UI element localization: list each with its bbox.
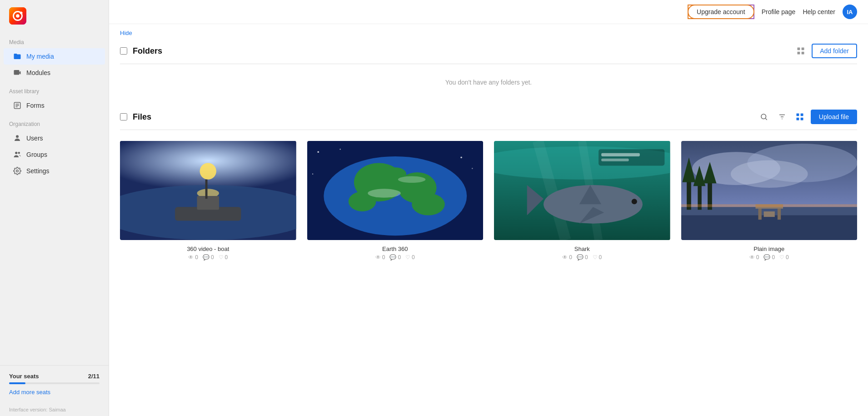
media-name-shark: Shark <box>574 246 590 252</box>
media-stats-plain: 👁 0 💬 0 ♡ 0 <box>749 254 789 261</box>
svg-rect-18 <box>802 52 804 55</box>
folders-section-header: Folders Add folder <box>120 38 857 64</box>
folders-title: Folders <box>133 46 162 56</box>
svg-rect-24 <box>796 114 799 116</box>
filter-button[interactable] <box>775 111 789 123</box>
sidebar-item-label-groups: Groups <box>26 151 47 158</box>
svg-rect-59 <box>599 149 664 165</box>
folders-grid-view-button[interactable] <box>794 45 807 57</box>
svg-point-49 <box>398 176 425 183</box>
stat-views-plain: 👁 0 <box>749 254 759 261</box>
files-section-header: Files Upload file <box>120 104 857 130</box>
svg-rect-25 <box>801 114 803 116</box>
stat-likes-boat: ♡ 0 <box>219 254 228 261</box>
svg-point-46 <box>412 193 445 215</box>
svg-point-41 <box>312 173 313 174</box>
folders-empty-message: You don't have any folders yet. <box>120 64 857 100</box>
sidebar-item-label-forms: Forms <box>26 102 45 109</box>
svg-rect-27 <box>801 118 803 120</box>
add-seats-link[interactable]: Add more seats <box>9 389 50 396</box>
svg-point-39 <box>460 157 462 159</box>
sidebar: Media My media Modules Asset library For… <box>0 0 109 416</box>
media-name-boat: 360 video - boat <box>187 246 229 252</box>
upload-file-button[interactable]: Upload file <box>811 110 857 124</box>
media-thumbnail-earth <box>307 141 484 240</box>
folder-icon <box>13 52 22 61</box>
eye-icon-earth: 👁 <box>375 254 381 261</box>
media-stats-shark: 👁 0 💬 0 ♡ 0 <box>562 254 602 261</box>
svg-rect-15 <box>798 48 800 50</box>
stat-views-shark: 👁 0 <box>562 254 572 261</box>
like-icon-plain: ♡ <box>779 254 784 261</box>
profile-page-link[interactable]: Profile page <box>762 8 796 15</box>
eye-icon: 👁 <box>188 254 194 261</box>
help-center-link[interactable]: Help center <box>803 8 835 15</box>
media-item-shark[interactable]: Shark 👁 0 💬 0 ♡ 0 <box>494 141 670 261</box>
sidebar-item-groups[interactable]: Groups <box>4 146 105 163</box>
section-label-media: Media <box>0 32 109 48</box>
svg-point-57 <box>632 199 637 204</box>
files-checkbox[interactable] <box>120 113 127 120</box>
files-grid-view-button[interactable] <box>793 110 806 123</box>
sidebar-item-my-media[interactable]: My media <box>4 48 105 65</box>
section-label-asset-library: Asset library <box>0 81 109 97</box>
stat-likes-plain: ♡ 0 <box>779 254 789 261</box>
section-label-organization: Organization <box>0 114 109 130</box>
sidebar-item-label-my-media: My media <box>26 53 54 60</box>
media-thumbnail-boat <box>120 141 296 240</box>
eye-icon-plain: 👁 <box>749 254 755 261</box>
stat-comments-earth: 💬 0 <box>389 254 401 261</box>
media-stats-earth: 👁 0 💬 0 ♡ 0 <box>375 254 415 261</box>
svg-point-12 <box>15 152 17 154</box>
svg-point-37 <box>317 151 319 153</box>
svg-rect-5 <box>14 70 20 75</box>
app-logo <box>0 0 109 32</box>
svg-point-13 <box>18 152 20 154</box>
media-grid: 360 video - boat 👁 0 💬 0 ♡ 0 <box>120 130 857 271</box>
sidebar-item-label-settings: Settings <box>26 167 50 175</box>
add-folder-button[interactable]: Add folder <box>812 44 857 58</box>
comment-icon-earth: 💬 <box>389 254 396 261</box>
media-item-earth[interactable]: Earth 360 👁 0 💬 0 ♡ 0 <box>307 141 484 261</box>
svg-point-11 <box>16 135 19 138</box>
upgrade-account-button[interactable]: Upgrade account <box>688 5 754 19</box>
files-header-right: Upload file <box>757 110 857 124</box>
media-item-boat[interactable]: 360 video - boat 👁 0 💬 0 ♡ 0 <box>120 141 296 261</box>
svg-rect-60 <box>601 153 640 156</box>
sidebar-item-forms[interactable]: Forms <box>4 97 105 114</box>
svg-point-48 <box>368 189 401 197</box>
main-content: Upgrade account Profile page Help center… <box>109 0 868 416</box>
search-button[interactable] <box>757 111 771 123</box>
video-icon <box>13 68 22 77</box>
svg-rect-26 <box>796 118 799 120</box>
media-stats-boat: 👁 0 💬 0 ♡ 0 <box>188 254 228 261</box>
hide-link[interactable]: Hide <box>120 24 132 38</box>
group-icon <box>13 150 22 159</box>
stat-likes-earth: ♡ 0 <box>405 254 415 261</box>
svg-rect-78 <box>681 204 858 207</box>
svg-rect-77 <box>763 211 774 217</box>
files-title: Files <box>133 112 151 122</box>
svg-rect-76 <box>777 209 780 220</box>
topnav: Upgrade account Profile page Help center… <box>109 0 868 24</box>
like-icon-earth: ♡ <box>405 254 410 261</box>
media-item-plain[interactable]: Plain image 👁 0 💬 0 ♡ 0 <box>681 141 858 261</box>
stat-comments-plain: 💬 0 <box>763 254 775 261</box>
sidebar-item-modules[interactable]: Modules <box>4 65 105 81</box>
sidebar-item-settings[interactable]: Settings <box>4 163 105 179</box>
interface-version: Interface version: Saimaa <box>0 403 109 416</box>
folders-header-left: Folders <box>120 46 162 56</box>
eye-icon-shark: 👁 <box>562 254 568 261</box>
user-avatar[interactable]: IA <box>843 5 857 19</box>
files-section: Files Upload file <box>120 104 857 271</box>
seats-progress-fill <box>9 382 25 384</box>
folders-checkbox[interactable] <box>120 47 127 55</box>
svg-point-19 <box>761 114 766 119</box>
sidebar-item-users[interactable]: Users <box>4 130 105 146</box>
seats-progress-bar <box>9 382 100 384</box>
media-thumbnail-plain <box>681 141 858 240</box>
seats-section: Your seats 2/11 Add more seats <box>0 365 109 403</box>
svg-point-38 <box>339 149 340 150</box>
svg-point-14 <box>16 170 19 172</box>
comment-icon-plain: 💬 <box>763 254 770 261</box>
